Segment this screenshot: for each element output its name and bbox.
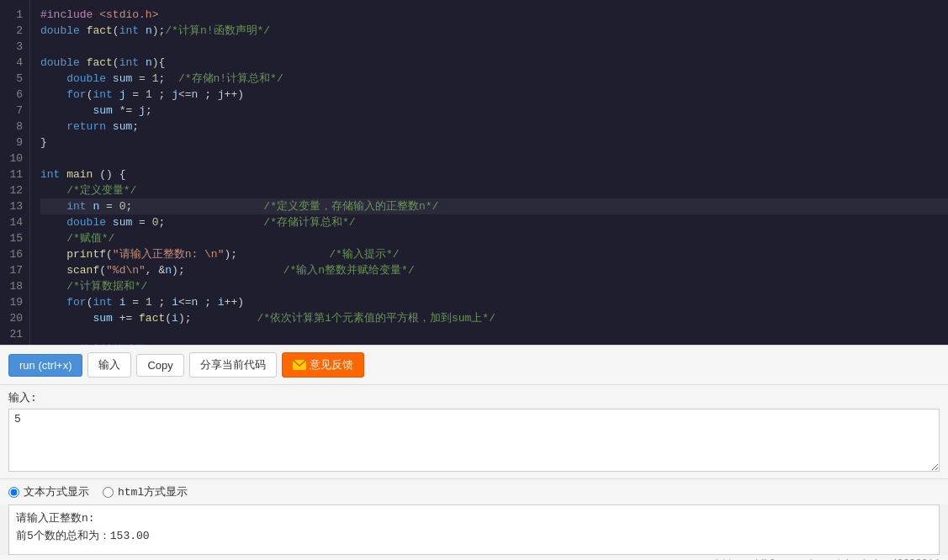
output-line: 请输入正整数n: bbox=[16, 510, 932, 528]
toolbar: run (ctrl+x) 输入 Copy 分享当前代码 意见反馈 bbox=[0, 345, 948, 385]
code-line: sum *= j; bbox=[40, 103, 948, 119]
code-editor[interactable]: 123456789101112131415161718192021222324 … bbox=[0, 0, 948, 345]
line-number: 12 bbox=[0, 182, 29, 198]
line-number: 20 bbox=[0, 310, 29, 326]
run-button[interactable]: run (ctrl+x) bbox=[8, 354, 82, 377]
input-textarea[interactable] bbox=[8, 409, 940, 472]
code-line bbox=[40, 326, 948, 342]
code-line: int main () { bbox=[40, 166, 948, 182]
line-number: 19 bbox=[0, 294, 29, 310]
html-mode-radio[interactable] bbox=[103, 487, 114, 498]
code-line: } bbox=[40, 135, 948, 151]
line-numbers: 123456789101112131415161718192021222324 bbox=[0, 0, 30, 345]
line-number: 11 bbox=[0, 166, 29, 182]
code-line: double sum = 0; /*存储计算总和*/ bbox=[40, 214, 948, 230]
copy-button[interactable]: Copy bbox=[136, 354, 183, 377]
line-number: 13 bbox=[0, 198, 29, 214]
output-line: 前5个数的总和为：153.00 bbox=[16, 528, 932, 546]
code-line: sum += fact(i); /*依次计算第i个元素值的平方根，加到sum上*… bbox=[40, 310, 948, 326]
code-line bbox=[40, 151, 948, 166]
code-line: /*定义变量*/ bbox=[40, 182, 948, 198]
input-label: 输入: bbox=[8, 390, 940, 405]
line-number: 3 bbox=[0, 39, 29, 55]
feedback-button[interactable]: 意见反馈 bbox=[282, 352, 364, 378]
text-mode-radio[interactable] bbox=[8, 487, 19, 498]
mail-icon bbox=[293, 360, 306, 370]
code-content[interactable]: #include <stdio.h>double fact(int n);/*计… bbox=[30, 0, 948, 345]
line-number: 14 bbox=[0, 214, 29, 230]
line-number: 5 bbox=[0, 71, 29, 87]
output-section: 请输入正整数n:前5个数的总和为：153.00 bbox=[8, 505, 940, 555]
text-mode-option[interactable]: 文本方式显示 bbox=[8, 484, 89, 499]
html-mode-option[interactable]: html方式显示 bbox=[103, 484, 188, 499]
line-number: 17 bbox=[0, 262, 29, 278]
input-section: 输入: bbox=[0, 385, 948, 478]
input-button[interactable]: 输入 bbox=[87, 352, 131, 378]
line-number: 18 bbox=[0, 278, 29, 294]
line-number: 9 bbox=[0, 135, 29, 151]
line-number: 22 bbox=[0, 342, 29, 345]
code-line: #include <stdio.h> bbox=[40, 7, 948, 23]
line-number: 4 bbox=[0, 55, 29, 71]
text-mode-label: 文本方式显示 bbox=[24, 484, 89, 499]
line-number: 16 bbox=[0, 246, 29, 262]
code-line: scanf("%d\n", &n); /*输入n整数并赋给变量*/ bbox=[40, 262, 948, 278]
line-number: 7 bbox=[0, 103, 29, 119]
code-line: for(int j = 1 ; j<=n ; j++) bbox=[40, 87, 948, 103]
line-number: 15 bbox=[0, 230, 29, 246]
code-line: double sum = 1; /*存储n!计算总和*/ bbox=[40, 71, 948, 87]
code-line: for(int i = 1 ; i<=n ; i++) bbox=[40, 294, 948, 310]
code-line: printf("请输入正整数n: \n"); /*输入提示*/ bbox=[40, 246, 948, 262]
code-line: return sum; bbox=[40, 119, 948, 135]
display-options: 文本方式显示 html方式显示 bbox=[0, 478, 948, 505]
line-number: 1 bbox=[0, 7, 29, 23]
code-line: double fact(int n){ bbox=[40, 55, 948, 71]
code-line: /*赋值*/ bbox=[40, 230, 948, 246]
code-line: int n = 0; /*定义变量，存储输入的正整数n*/ bbox=[40, 198, 948, 214]
line-number: 6 bbox=[0, 87, 29, 103]
html-mode-label: html方式显示 bbox=[118, 484, 188, 499]
footer: https://blog.csdn.net/weixin_43226814 bbox=[0, 555, 948, 560]
line-number: 2 bbox=[0, 23, 29, 39]
code-line: double fact(int n);/*计算n!函数声明*/ bbox=[40, 23, 948, 39]
line-number: 8 bbox=[0, 119, 29, 135]
code-line: /*计算数据和*/ bbox=[40, 278, 948, 294]
share-button[interactable]: 分享当前代码 bbox=[189, 352, 277, 378]
code-line: /*输出计算结果*/ bbox=[40, 342, 948, 345]
line-number: 10 bbox=[0, 151, 29, 166]
line-number: 21 bbox=[0, 326, 29, 342]
code-line bbox=[40, 39, 948, 55]
